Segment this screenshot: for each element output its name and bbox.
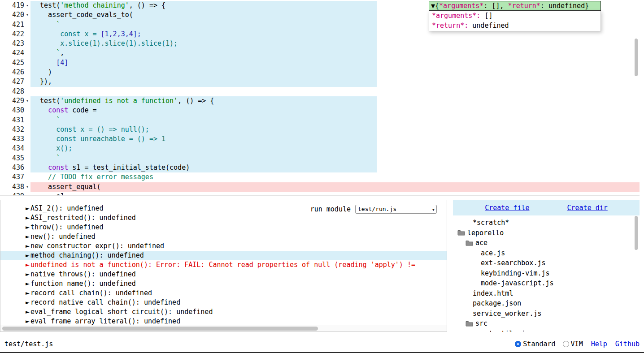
file-tree-folder[interactable]: ace [453,238,633,248]
radio-standard[interactable] [515,341,521,347]
code-text[interactable]: assert_equal( [30,182,640,192]
test-result-item[interactable]: ►new constructor expr(): undefined [0,241,447,251]
test-result-item[interactable]: ►throw(): undefined [0,223,447,232]
editor-vertical-scrollbar[interactable] [634,0,638,196]
code-text[interactable]: ` [30,116,640,125]
line-number: 430 [0,106,24,115]
test-result-item[interactable]: ►function name(): undefined [0,279,447,288]
test-result-item[interactable]: ►eval_frame logical short circuit(): und… [0,307,447,317]
file-tree-item[interactable]: index.html [453,288,633,299]
code-line[interactable]: 434 x(); [0,144,640,153]
code-line[interactable]: 425 [4] [0,58,640,68]
scrollbar-thumb[interactable] [635,39,638,76]
expand-arrow-icon[interactable]: ► [26,223,30,231]
file-name: ace.js [481,249,505,257]
code-line[interactable]: 431 ` [0,116,640,125]
code-line[interactable]: 429▾ test('undefined is not a function',… [0,96,640,106]
expand-arrow-icon[interactable]: ► [26,204,30,212]
create-dir-link[interactable]: Create dir [567,204,608,212]
code-text[interactable]: const code = [30,106,640,115]
expand-arrow-icon[interactable]: ► [26,317,30,325]
code-editor[interactable]: 419▾ test('method chaining', () => {420▾… [0,0,640,196]
code-text[interactable]: const s1 = test_initial_state(code) [30,163,640,172]
file-name: keybinding-vim.js [481,269,550,277]
scrollbar-thumb[interactable] [635,216,638,250]
status-link-help[interactable]: Help [591,340,607,348]
code-text[interactable]: x(); [30,144,640,153]
expand-arrow-icon[interactable]: ► [26,232,30,241]
tooltip-value-row[interactable]: *return*: undefined [432,21,598,31]
code-line[interactable]: 424 `, [0,48,640,58]
fold-marker-icon[interactable]: ▾ [24,1,30,10]
file-tree-item[interactable]: keybinding-vim.js [453,268,633,279]
keybinding-option-vim[interactable]: VIM [563,340,583,348]
keybinding-option-standard[interactable]: Standard [515,340,555,348]
file-tree-folder[interactable]: leporello [453,228,633,238]
radio-vim[interactable] [563,341,569,347]
files-vertical-scrollbar[interactable] [634,216,638,332]
status-link-github[interactable]: Github [615,340,640,348]
code-line[interactable]: 437 // TODO fix error messages [0,172,640,182]
file-tree-item[interactable]: ace.js [453,248,633,258]
test-result-item[interactable]: ►method chaining(): undefined [0,251,447,260]
file-tree-item[interactable]: ext-searchbox.js [453,258,633,268]
code-text[interactable]: const unreachable = () => 1 [30,134,640,144]
results-horizontal-scrollbar[interactable] [0,325,447,331]
code-text[interactable]: [4] [30,58,640,68]
expand-arrow-icon[interactable]: ► [26,298,30,306]
expand-arrow-icon[interactable]: ► [26,270,30,278]
code-text[interactable]: test('undefined is not a function', () =… [30,96,640,106]
file-tree-item[interactable]: *scratch* [453,218,633,228]
code-line[interactable]: 435 ` [0,154,640,163]
tooltip-value-row[interactable]: *arguments*: [] [432,11,598,21]
create-file-link[interactable]: Create file [485,204,529,212]
code-line[interactable]: 436 const s1 = test_initial_state(code) [0,163,640,172]
file-name: ext-searchbox.js [481,259,546,267]
file-tree-item[interactable]: ast_utils.js [453,329,633,332]
code-text[interactable]: }), [30,77,640,86]
line-number: 435 [0,154,24,163]
code-line[interactable]: 433 const unreachable = () => 1 [0,134,640,144]
test-result-item[interactable]: ►record native call chain(): undefined [0,298,447,307]
code-text[interactable]: `, [30,48,640,58]
code-text[interactable]: // TODO fix error messages [30,172,640,182]
test-result-item[interactable]: ►ASI_restrited(): undefined [0,213,447,223]
file-tree-item[interactable]: package.json [453,298,633,309]
expand-arrow-icon[interactable]: ► [26,261,30,269]
test-result-item[interactable]: ►record call chain(): undefined [0,288,447,298]
code-text[interactable] [30,87,640,96]
test-result-item[interactable]: ►undefined is not a function(): Error: F… [0,260,447,270]
code-line[interactable]: 438▾ assert_equal( [0,182,640,192]
code-line[interactable]: 427 }), [0,77,640,86]
expand-arrow-icon[interactable]: ► [26,280,30,288]
expand-arrow-icon[interactable]: ► [26,214,30,222]
test-results-list: ►ASI_2(): undefined►ASI_restrited(): und… [0,204,447,326]
value-tooltip-header[interactable]: ▼{*arguments*: [], *return*: undefined} [429,1,601,11]
fold-spacer [24,172,30,182]
code-line[interactable]: 428 [0,87,640,96]
test-result-item[interactable]: ►new(): undefined [0,232,447,241]
expand-arrow-icon[interactable]: ► [26,308,30,316]
code-text[interactable]: ` [30,154,640,163]
fold-marker-icon[interactable]: ▾ [24,96,30,106]
code-text[interactable]: const x = () => null(); [30,125,640,134]
code-line[interactable]: 423 x.slice(1).slice(1).slice(1); [0,39,640,48]
file-tree-item[interactable]: mode-javascript.js [453,278,633,288]
code-line[interactable]: 426 ) [0,68,640,77]
run-module-select[interactable]: test/run.js ▾ [355,205,437,214]
fold-marker-icon[interactable]: ▾ [24,10,30,20]
code-text[interactable]: s1. [30,192,640,196]
expand-arrow-icon[interactable]: ► [26,289,30,297]
code-text[interactable]: ) [30,68,640,77]
fold-marker-icon[interactable]: ▾ [24,182,30,192]
scrollbar-thumb[interactable] [2,327,318,331]
code-text[interactable]: x.slice(1).slice(1).slice(1); [30,39,640,48]
file-tree-item[interactable]: service_worker.js [453,309,633,319]
expand-arrow-icon[interactable]: ► [26,251,30,259]
file-tree-folder[interactable]: src [453,319,633,329]
code-line[interactable]: 430 const code = [0,106,640,115]
code-line[interactable]: 432 const x = () => null(); [0,125,640,134]
expand-arrow-icon[interactable]: ► [26,242,30,250]
test-result-item[interactable]: ►native throws(): undefined [0,270,447,279]
code-line[interactable]: 439 s1. [0,192,640,196]
